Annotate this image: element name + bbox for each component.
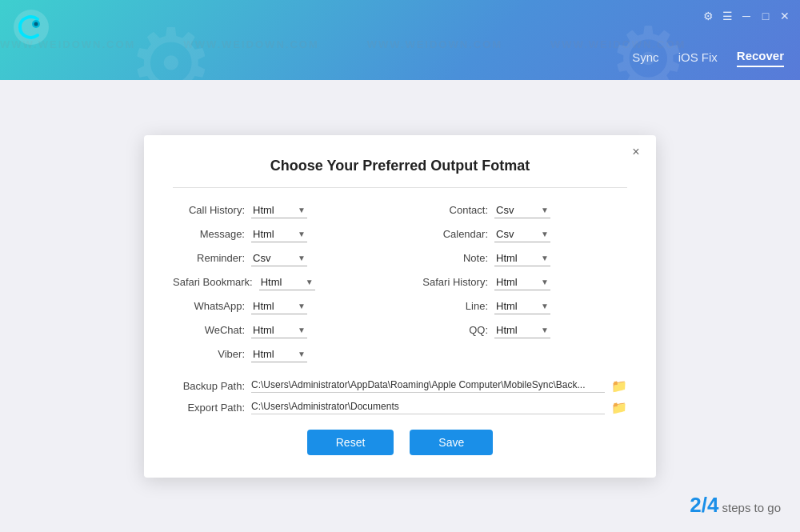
backup-folder-icon[interactable]: 📁 (611, 378, 627, 394)
format-grid: Call History: Html ▼ Message: Html ▼ (173, 202, 627, 362)
note-row: Note: Html ▼ (416, 250, 627, 266)
safari-bookmark-row: Safari Bookmark: Html ▼ (173, 274, 384, 290)
reminder-select[interactable]: Csv ▼ (251, 250, 307, 266)
call-history-row: Call History: Html ▼ (173, 202, 384, 218)
note-value: Html (496, 252, 538, 264)
reminder-label: Reminder: (173, 252, 245, 264)
safari-history-label: Safari History: (416, 276, 488, 288)
line-label: Line: (416, 300, 488, 312)
whatsapp-value: Html (253, 300, 294, 312)
export-path-row: Export Path: C:\Users\Administrator\Docu… (173, 400, 627, 415)
calendar-select[interactable]: Csv ▼ (494, 226, 550, 242)
call-history-arrow: ▼ (298, 206, 306, 214)
whatsapp-row: WhatsApp: Html ▼ (173, 298, 384, 314)
wechat-select[interactable]: Html ▼ (251, 322, 307, 338)
reset-button[interactable]: Reset (307, 430, 394, 455)
whatsapp-select[interactable]: Html ▼ (251, 298, 307, 314)
safari-history-row: Safari History: Html ▼ (416, 274, 627, 290)
message-arrow: ▼ (298, 230, 306, 238)
steps-badge: 2/4 steps to go (690, 493, 781, 518)
dialog-divider (173, 187, 627, 188)
calendar-value: Csv (496, 228, 538, 240)
dialog-close-button[interactable]: × (627, 143, 645, 161)
note-label: Note: (416, 252, 488, 264)
whatsapp-arrow: ▼ (298, 302, 306, 310)
reminder-value: Csv (253, 252, 294, 264)
nav-ios-fix[interactable]: iOS Fix (678, 47, 718, 67)
viber-arrow: ▼ (298, 350, 306, 358)
message-label: Message: (173, 228, 245, 240)
message-select[interactable]: Html ▼ (251, 226, 307, 242)
call-history-value: Html (253, 204, 294, 216)
wechat-label: WeChat: (173, 324, 245, 336)
calendar-arrow: ▼ (541, 230, 549, 238)
main-content: × Choose Your Preferred Output Fotmat Ca… (0, 80, 800, 532)
contact-row: Contact: Csv ▼ (416, 202, 627, 218)
export-folder-icon[interactable]: 📁 (611, 400, 627, 415)
wechat-row: WeChat: Html ▼ (173, 322, 384, 338)
call-history-select[interactable]: Html ▼ (251, 202, 307, 218)
safari-history-value: Html (496, 276, 538, 288)
backup-path-value: C:\Users\Administrator\AppData\Roaming\A… (251, 379, 605, 393)
safari-bookmark-label: Safari Bookmark: (173, 276, 253, 288)
safari-history-arrow: ▼ (541, 278, 549, 286)
export-path-value: C:\Users\Administrator\Documents (251, 401, 605, 414)
left-column: Call History: Html ▼ Message: Html ▼ (173, 202, 384, 362)
safari-bookmark-arrow: ▼ (306, 278, 314, 286)
safari-bookmark-value: Html (261, 276, 302, 288)
line-arrow: ▼ (541, 302, 549, 310)
steps-text: steps to go (718, 501, 781, 514)
backup-path-label: Backup Path: (173, 380, 245, 392)
reminder-arrow: ▼ (298, 254, 306, 262)
nav-recover[interactable]: Recover (737, 46, 784, 67)
line-select[interactable]: Html ▼ (494, 298, 550, 314)
right-column: Contact: Csv ▼ Calendar: Csv ▼ (416, 202, 627, 362)
note-select[interactable]: Html ▼ (494, 250, 550, 266)
wechat-value: Html (253, 324, 294, 336)
line-value: Html (496, 300, 538, 312)
save-button[interactable]: Save (410, 430, 493, 455)
qq-value: Html (496, 324, 538, 336)
output-format-dialog: × Choose Your Preferred Output Fotmat Ca… (144, 135, 656, 478)
whatsapp-label: WhatsApp: (173, 300, 245, 312)
contact-arrow: ▼ (541, 206, 549, 214)
qq-row: QQ: Html ▼ (416, 322, 627, 338)
viber-row: Viber: Html ▼ (173, 346, 384, 362)
message-row: Message: Html ▼ (173, 226, 384, 242)
line-row: Line: Html ▼ (416, 298, 627, 314)
dialog-title: Choose Your Preferred Output Fotmat (173, 158, 627, 174)
call-history-label: Call History: (173, 204, 245, 216)
viber-value: Html (253, 348, 294, 360)
contact-select[interactable]: Csv ▼ (494, 202, 550, 218)
qq-label: QQ: (416, 324, 488, 336)
top-nav: Sync iOS Fix Recover (632, 0, 800, 80)
viber-select[interactable]: Html ▼ (251, 346, 307, 362)
export-path-label: Export Path: (173, 402, 245, 414)
reminder-row: Reminder: Csv ▼ (173, 250, 384, 266)
steps-number: 2/4 (690, 493, 718, 517)
dialog-overlay: × Choose Your Preferred Output Fotmat Ca… (0, 80, 800, 532)
contact-value: Csv (496, 204, 538, 216)
qq-arrow: ▼ (541, 326, 549, 334)
dialog-buttons: Reset Save (173, 430, 627, 455)
svg-point-2 (34, 22, 38, 26)
safari-bookmark-select[interactable]: Html ▼ (259, 274, 315, 290)
contact-label: Contact: (416, 204, 488, 216)
calendar-label: Calendar: (416, 228, 488, 240)
nav-sync[interactable]: Sync (632, 47, 658, 67)
qq-select[interactable]: Html ▼ (494, 322, 550, 338)
app-logo (12, 8, 54, 50)
calendar-row: Calendar: Csv ▼ (416, 226, 627, 242)
path-section: Backup Path: C:\Users\Administrator\AppD… (173, 378, 627, 415)
safari-history-select[interactable]: Html ▼ (494, 274, 550, 290)
backup-path-row: Backup Path: C:\Users\Administrator\AppD… (173, 378, 627, 394)
viber-label: Viber: (173, 348, 245, 360)
wechat-arrow: ▼ (298, 326, 306, 334)
note-arrow: ▼ (541, 254, 549, 262)
message-value: Html (253, 228, 294, 240)
